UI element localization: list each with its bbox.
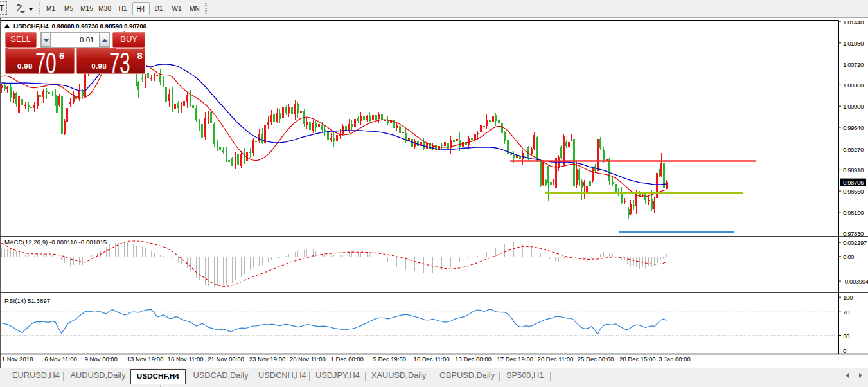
svg-text:1.00360: 1.00360	[843, 82, 864, 89]
svg-text:0.98190: 0.98190	[843, 209, 864, 216]
svg-text:70: 70	[843, 309, 850, 316]
svg-text:20 Dec 11:00: 20 Dec 11:00	[538, 356, 574, 363]
svg-text:0.99270: 0.99270	[843, 146, 864, 153]
svg-text:30: 30	[843, 332, 850, 339]
svg-text:1.00720: 1.00720	[843, 61, 864, 68]
svg-text:25 Dec 00:00: 25 Dec 00:00	[578, 356, 614, 363]
svg-text:0.99640: 0.99640	[843, 124, 864, 131]
svg-text:0.98550: 0.98550	[843, 188, 864, 195]
svg-text:-0.003904: -0.003904	[843, 278, 868, 285]
svg-text:16 Nov 11:00: 16 Nov 11:00	[168, 356, 204, 363]
svg-text:23 Nov 19:00: 23 Nov 19:00	[249, 356, 286, 363]
svg-text:0.98706: 0.98706	[843, 179, 864, 186]
svg-text:10 Dec 11:00: 10 Dec 11:00	[414, 356, 450, 363]
svg-text:17 Dec 19:00: 17 Dec 19:00	[497, 356, 534, 363]
svg-text:9 Nov 00:00: 9 Nov 00:00	[85, 356, 118, 363]
svg-text:0.98910: 0.98910	[843, 166, 864, 174]
svg-text:0.002297: 0.002297	[843, 239, 867, 246]
svg-text:28 Nov 11:00: 28 Nov 11:00	[290, 356, 326, 363]
svg-text:1 Nov 2018: 1 Nov 2018	[2, 356, 33, 363]
svg-text:28 Dec 15:00: 28 Dec 15:00	[619, 356, 656, 363]
svg-text:100: 100	[843, 294, 853, 301]
svg-text:1 Dec 00:00: 1 Dec 00:00	[331, 356, 364, 363]
svg-text:0.97830: 0.97830	[843, 230, 864, 237]
svg-text:13 Nov 19:00: 13 Nov 19:00	[127, 356, 164, 363]
svg-text:MACD(12,26,9) -0.000110 -0.001: MACD(12,26,9) -0.000110 -0.001015	[4, 239, 107, 246]
svg-text:5 Dec 19:00: 5 Dec 19:00	[373, 356, 406, 363]
svg-text:1.01080: 1.01080	[843, 40, 864, 47]
svg-text:0.00: 0.00	[843, 253, 855, 260]
svg-text:13 Dec 00:00: 13 Dec 00:00	[455, 356, 492, 363]
svg-text:RSI(14) 51.3897: RSI(14) 51.3897	[4, 297, 50, 304]
svg-text:6 Nov 11:00: 6 Nov 11:00	[44, 356, 77, 363]
svg-text:1.00000: 1.00000	[843, 103, 864, 110]
svg-text:1.01440: 1.01440	[843, 19, 864, 26]
svg-text:21 Nov 00:00: 21 Nov 00:00	[208, 356, 244, 363]
svg-text:3 Jan 00:00: 3 Jan 00:00	[659, 356, 691, 363]
